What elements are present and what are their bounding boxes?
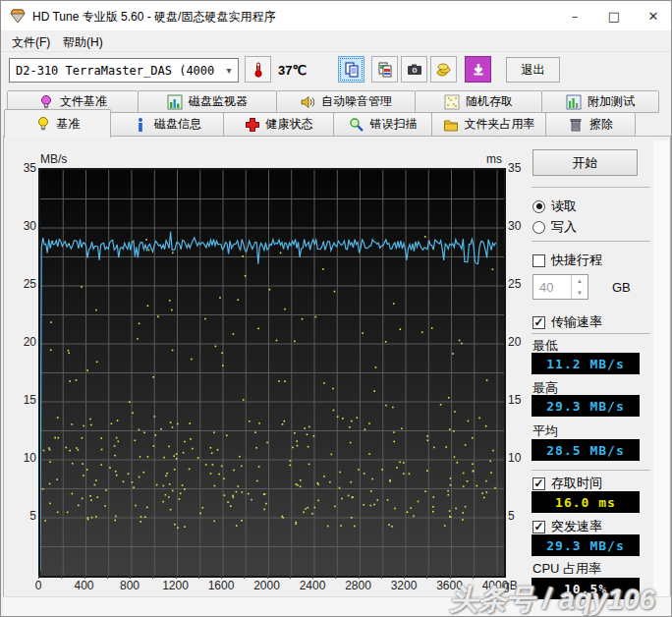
write-radio[interactable]: 写入 <box>532 218 577 236</box>
checkbox-checked-icon: ✓ <box>532 477 545 490</box>
x-tick-mark <box>61 576 62 579</box>
app-icon <box>10 8 26 24</box>
x-tick-mark <box>404 576 405 579</box>
access-time-checkbox[interactable]: ✓ 存取时间 <box>532 475 602 492</box>
x-tick-mark <box>267 576 268 579</box>
ytick-label: 5 <box>508 509 532 523</box>
tab-label: 附加测试 <box>588 93 635 110</box>
separator <box>532 187 650 188</box>
copy-image-button[interactable] <box>371 56 398 83</box>
tab-disk-monitor[interactable]: 磁盘监视器 <box>138 90 277 113</box>
ytick-label: 35 <box>13 161 36 175</box>
tab-random-access[interactable]: 随机存取 <box>415 90 542 113</box>
burst-rate-checkbox[interactable]: ✓ 突发速率 <box>532 518 602 535</box>
copy-text-button[interactable] <box>338 56 364 83</box>
separator <box>532 241 650 242</box>
start-label: 开始 <box>573 154 598 172</box>
checkbox-checked-icon: ✓ <box>532 316 545 329</box>
tab-health[interactable]: 健康状态 <box>223 112 334 137</box>
tab-label: 健康状态 <box>266 116 313 133</box>
tab-benchmark[interactable]: 基准 <box>4 109 111 138</box>
gold-coins-icon <box>436 62 452 78</box>
tab-extra-tests[interactable]: 附加测试 <box>541 90 659 113</box>
ytick-label: 30 <box>508 219 532 233</box>
x-tick-mark <box>107 576 108 579</box>
ytick-label: 25 <box>13 277 36 291</box>
x-tick-mark <box>290 576 291 579</box>
tab-label: 错误扫描 <box>370 116 418 133</box>
tab-label: 文件夹占用率 <box>465 116 535 133</box>
plot-canvas <box>40 170 504 576</box>
download-arrow-icon <box>471 62 486 78</box>
spinner-arrows[interactable]: ▲▼ <box>571 275 588 299</box>
register-button[interactable] <box>430 56 457 83</box>
info-icon <box>133 117 148 133</box>
avg-label: 平均 <box>532 422 558 440</box>
shortstroke-checkbox[interactable]: 快捷行程 <box>532 252 602 269</box>
exit-label: 退出 <box>522 62 545 79</box>
tab-label: 随机存取 <box>466 93 513 110</box>
close-button[interactable]: ✕ <box>634 1 672 30</box>
download-button[interactable] <box>465 56 491 83</box>
start-button[interactable]: 开始 <box>532 149 638 176</box>
tab-row-primary: 基准 磁盘信息 健康状态 错误扫描 <box>4 112 636 137</box>
scatter-icon <box>444 94 460 110</box>
minimize-button[interactable]: – <box>555 1 594 30</box>
chevron-down-icon: ▾ <box>220 65 238 76</box>
temperature-button[interactable] <box>245 56 271 83</box>
x-tick-mark <box>130 576 131 579</box>
screenshot-button[interactable] <box>401 56 427 83</box>
pane-right-strip <box>653 140 669 610</box>
drive-select-combobox[interactable]: D2-310 TerraMaster_DAS (4000 gB) ▾ <box>9 58 239 83</box>
burst-rate-label: 突发速率 <box>551 518 602 535</box>
titlebar: HD Tune 专业版 5.60 - 硬盘/固态硬盘实用程序 – □ ✕ <box>1 1 671 30</box>
x-tick-mark <box>335 576 336 579</box>
bar-chart-icon <box>167 94 183 110</box>
toolbar: D2-310 TerraMaster_DAS (4000 gB) ▾ 37℃ <box>1 52 671 89</box>
separator <box>532 470 650 471</box>
trash-icon <box>568 117 584 133</box>
ytick-label: 20 <box>508 335 532 349</box>
tab-label: 擦除 <box>589 116 613 133</box>
read-label: 读取 <box>551 197 577 215</box>
tab-disk-info[interactable]: 磁盘信息 <box>110 112 224 137</box>
window-title: HD Tune 专业版 5.60 - 硬盘/固态硬盘实用程序 <box>32 9 275 26</box>
watermark-text: 头条号 / aqy106 <box>449 581 655 617</box>
xtick-label: 0 <box>19 579 58 592</box>
purple-bulb-icon <box>38 94 54 110</box>
tab-erase[interactable]: 擦除 <box>545 112 636 137</box>
transfer-rate-checkbox[interactable]: ✓ 传输速率 <box>532 313 602 331</box>
copy-image-icon <box>377 62 393 78</box>
xtick-label: 2800 <box>339 579 378 592</box>
ytick-label: 25 <box>508 277 532 291</box>
read-radio[interactable]: 读取 <box>532 197 577 215</box>
x-tick-mark <box>381 576 382 579</box>
folder-icon <box>443 117 459 133</box>
camera-icon <box>407 62 422 78</box>
xtick-label: 2400 <box>293 579 332 592</box>
write-label: 写入 <box>551 218 577 236</box>
menu-help[interactable]: 帮助(H) <box>58 33 108 52</box>
xtick-label: 400 <box>65 579 104 592</box>
tab-folder-usage[interactable]: 文件夹占用率 <box>431 112 546 137</box>
exit-button[interactable]: 退出 <box>506 57 560 83</box>
ytick-label: 30 <box>13 219 36 233</box>
x-tick-mark <box>152 576 153 579</box>
xtick-label: 2000 <box>248 579 287 592</box>
x-tick-mark <box>198 576 199 579</box>
benchmark-plot <box>38 168 506 578</box>
menu-file[interactable]: 文件(F) <box>7 33 55 52</box>
avg-speed-display: 28.5 MB/s <box>532 439 640 461</box>
tab-error-scan[interactable]: 错误扫描 <box>333 112 432 137</box>
checkbox-unchecked-icon <box>532 254 545 267</box>
tab-aam[interactable]: 自动噪音管理 <box>276 90 416 113</box>
x-tick-mark <box>359 576 360 579</box>
radio-selected-icon <box>532 200 545 213</box>
maximize-button[interactable]: □ <box>594 1 634 30</box>
tab-label: 磁盘监视器 <box>189 93 248 110</box>
shortstroke-size-spinner[interactable]: 40 ▲▼ <box>532 274 588 300</box>
access-time-label: 存取时间 <box>551 475 602 492</box>
gb-unit-label: GB <box>612 280 631 295</box>
access-time-display: 16.0 ms <box>532 491 640 513</box>
x-tick-mark <box>244 576 245 579</box>
